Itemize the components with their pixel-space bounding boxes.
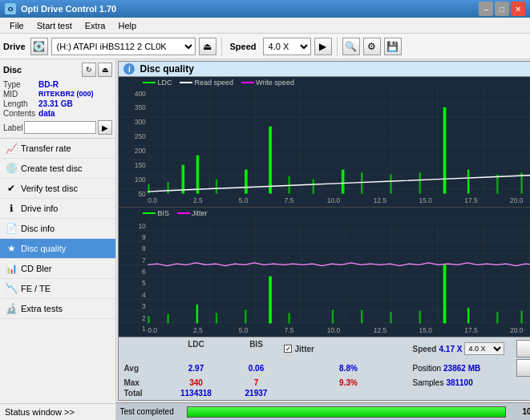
- progress-container: Test completed 100.0% 33:13: [116, 402, 530, 420]
- svg-text:15.0: 15.0: [419, 325, 433, 333]
- svg-rect-55: [342, 170, 345, 194]
- start-part-btn[interactable]: Start part: [516, 359, 530, 377]
- speed-target-select[interactable]: 4.0 X: [464, 342, 504, 355]
- svg-text:100: 100: [135, 176, 146, 184]
- speed-header-container: Speed 4.17 X 4.0 X: [412, 340, 516, 357]
- svg-text:17.5: 17.5: [465, 325, 479, 333]
- svg-rect-124: [497, 312, 499, 323]
- svg-text:3: 3: [143, 301, 147, 309]
- legend-ldc: LDC: [143, 79, 172, 87]
- drive-icon-btn[interactable]: 💽: [30, 38, 48, 55]
- svg-rect-57: [390, 175, 392, 194]
- speed-header: Speed: [412, 345, 436, 353]
- nav-transfer-rate[interactable]: 📈 Transfer rate: [0, 139, 115, 159]
- menu-help[interactable]: Help: [111, 19, 143, 32]
- svg-rect-111: [148, 316, 150, 323]
- sidebar: Disc ↻ ⏏ Type BD-R MID RITEKBR2 (000) Le…: [0, 59, 116, 420]
- nav-disc-info-label: Disc info: [21, 224, 55, 233]
- speed-apply-btn[interactable]: ▶: [314, 38, 332, 55]
- nav-disc-info[interactable]: 📄 Disc info: [0, 219, 115, 239]
- max-bis: 7: [228, 378, 284, 387]
- chart1-svg: 400 350 300 250 200 150 100 50 18X 16X 1…: [119, 88, 530, 204]
- start-full-btn[interactable]: Start full: [516, 340, 530, 357]
- bis-header: BIS: [228, 340, 284, 357]
- speed-select[interactable]: 4.0 X: [263, 38, 311, 55]
- svg-text:1: 1: [143, 324, 147, 332]
- svg-rect-123: [467, 307, 469, 323]
- status-text: Test completed: [119, 407, 184, 416]
- avg-ldc: 2.97: [164, 364, 228, 373]
- max-label: Max: [123, 378, 164, 387]
- main-layout: Disc ↻ ⏏ Type BD-R MID RITEKBR2 (000) Le…: [0, 59, 530, 420]
- drive-select[interactable]: (H:) ATAPI iHBS112 2 CL0K: [51, 38, 196, 55]
- nav-create-test-disc[interactable]: 💿 Create test disc: [0, 159, 115, 179]
- nav-drive-info[interactable]: ℹ Drive info: [0, 199, 115, 219]
- label-label: Label: [3, 123, 22, 132]
- svg-text:400: 400: [135, 90, 146, 98]
- mid-value: RITEKBR2 (000): [38, 90, 112, 99]
- type-value: BD-R: [38, 80, 112, 89]
- svg-text:10.0: 10.0: [327, 325, 341, 333]
- svg-text:300: 300: [135, 118, 146, 126]
- nav-cd-bler-label: CD Bler: [21, 264, 52, 273]
- total-bis: 21937: [228, 389, 284, 398]
- app-title: Opti Drive Control 1.70: [21, 4, 116, 14]
- svg-text:10.0: 10.0: [327, 197, 341, 204]
- dq-header-icon: i: [123, 63, 135, 75]
- chart2: BIS Jitter: [119, 208, 530, 337]
- menu-extra[interactable]: Extra: [79, 19, 112, 32]
- jitter-color: [177, 212, 190, 214]
- stats-total-row: Total 1134318 21937: [122, 388, 530, 398]
- nav-fe-te[interactable]: 📉 FE / TE: [0, 279, 115, 299]
- close-button[interactable]: ✕: [511, 2, 525, 16]
- minimize-button[interactable]: –: [479, 2, 493, 16]
- scan-btn[interactable]: 🔍: [342, 38, 360, 55]
- nav-verify-test-disc[interactable]: ✔ Verify test disc: [0, 179, 115, 199]
- disc-info-grid: Type BD-R MID RITEKBR2 (000) Length 23.3…: [3, 80, 112, 118]
- extra-tests-icon: 🔬: [5, 302, 18, 315]
- stats-bar: LDC BIS ✓ Jitter Speed 4.17 X 4.0 X Star…: [119, 337, 530, 400]
- chart2-svg: 10 9 8 7 6 5 4 3 2 1 10% 8% 6%: [119, 219, 530, 334]
- contents-label: Contents: [3, 109, 35, 118]
- position-label: Position: [412, 364, 441, 373]
- disc-refresh-btn[interactable]: ↻: [82, 63, 96, 77]
- stats-headers: LDC BIS ✓ Jitter Speed 4.17 X 4.0 X Star…: [122, 339, 530, 358]
- disc-quality-icon: ★: [5, 242, 18, 255]
- legend-write-speed: Write speed: [241, 79, 294, 87]
- progress-track: [187, 406, 506, 418]
- menu-file[interactable]: File: [3, 19, 30, 32]
- svg-rect-59: [443, 107, 447, 194]
- nav-disc-quality[interactable]: ★ Disc quality: [0, 239, 115, 259]
- total-ldc: 1134318: [164, 389, 228, 398]
- svg-text:20.0: 20.0: [511, 197, 524, 204]
- jitter-header: Jitter: [294, 345, 314, 353]
- svg-text:4: 4: [143, 290, 147, 298]
- nav-fe-te-label: FE / TE: [21, 284, 51, 293]
- stats-avg-row: Avg 2.97 0.06 8.8% Position 23862 MB Sta…: [122, 358, 530, 378]
- stats-max-row: Max 340 7 9.3% Samples 381100: [122, 378, 530, 388]
- dq-header: i Disc quality: [119, 62, 530, 77]
- svg-text:6: 6: [143, 267, 147, 275]
- svg-text:15.0: 15.0: [419, 197, 433, 204]
- samples-label: Samples: [412, 378, 443, 387]
- progress-fill: [188, 407, 505, 417]
- svg-rect-114: [216, 313, 217, 323]
- label-go-btn[interactable]: ▶: [98, 120, 112, 135]
- status-window-label: Status window >>: [5, 407, 75, 417]
- jitter-checkbox[interactable]: ✓: [284, 345, 292, 353]
- nav-cd-bler[interactable]: 📊 CD Bler: [0, 259, 115, 279]
- save-btn[interactable]: 💾: [384, 38, 402, 55]
- svg-text:50: 50: [139, 190, 147, 198]
- disc-eject-btn[interactable]: ⏏: [98, 63, 112, 77]
- empty-header: [123, 340, 164, 357]
- menu-start-test[interactable]: Start test: [30, 19, 79, 32]
- label-input[interactable]: [24, 121, 96, 134]
- nav-create-test-disc-label: Create test disc: [21, 164, 82, 173]
- settings-btn[interactable]: ⚙: [363, 38, 381, 55]
- create-test-disc-icon: 💿: [5, 162, 18, 175]
- svg-text:10: 10: [139, 221, 147, 229]
- nav-extra-tests[interactable]: 🔬 Extra tests: [0, 299, 115, 319]
- status-window-btn[interactable]: Status window >>: [0, 403, 115, 420]
- eject-button[interactable]: ⏏: [199, 38, 216, 55]
- maximize-button[interactable]: □: [495, 2, 509, 16]
